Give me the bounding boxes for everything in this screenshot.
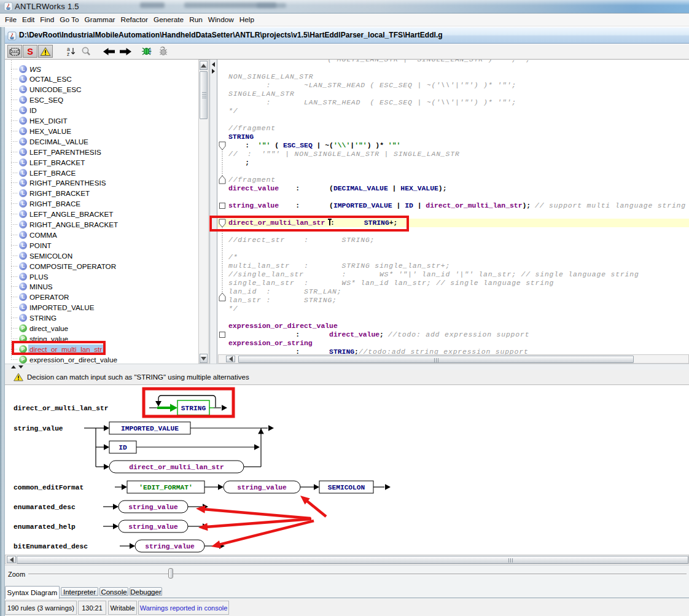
code-line[interactable]: STRING bbox=[217, 133, 689, 141]
menu-generate[interactable]: Generate bbox=[150, 14, 186, 26]
split-collapse-up-icon[interactable] bbox=[11, 365, 16, 368]
tab-interpreter[interactable]: Interpreter bbox=[61, 587, 98, 596]
tab-console[interactable]: Console bbox=[99, 587, 128, 596]
rule-tree-item[interactable]: LCOMPOSITE_OPERATOR bbox=[5, 261, 198, 271]
scroll-left-button[interactable] bbox=[7, 556, 16, 563]
menu-edit[interactable]: Edit bbox=[20, 14, 37, 26]
code-line[interactable]: expression_or_string bbox=[217, 339, 689, 348]
rule-tree-item[interactable]: LRIGHT_BRACKET bbox=[5, 188, 198, 198]
code-line[interactable]: //direct_str : STRING; bbox=[217, 236, 689, 244]
code-line[interactable]: ; bbox=[217, 158, 689, 167]
show-warnings-toggle[interactable] bbox=[38, 45, 53, 58]
code-line[interactable] bbox=[217, 244, 689, 253]
menu-file[interactable]: File bbox=[2, 14, 20, 26]
window-titlebar[interactable]: ANTLRWorks 1.5 bbox=[0, 0, 689, 14]
scroll-left-button[interactable] bbox=[226, 356, 235, 362]
back-button[interactable] bbox=[102, 45, 117, 58]
tree-vertical-scrollbar[interactable] bbox=[198, 60, 209, 364]
rule-tree-item[interactable]: LID bbox=[5, 105, 198, 115]
rule-tree-item[interactable]: LDECIMAL_VALUE bbox=[5, 136, 198, 147]
rule-tree-item[interactable]: LPOINT bbox=[5, 240, 198, 251]
rule-tree-item[interactable]: LIMPORTED_VALUE bbox=[5, 302, 198, 313]
debug-remote-button[interactable] bbox=[156, 45, 169, 58]
code-line[interactable] bbox=[217, 115, 689, 124]
rule-tree-item[interactable]: Pdirect_value bbox=[5, 323, 198, 333]
code-line[interactable]: //fragment bbox=[217, 176, 689, 184]
code-line[interactable]: : '"' ( ESC_SEQ | ~('\\'|'"') )* '"' bbox=[217, 141, 689, 150]
rule-tree-item[interactable]: LRIGHT_PARENTHESIS bbox=[5, 177, 198, 188]
vertical-split-divider[interactable] bbox=[209, 60, 217, 364]
code-line[interactable]: : LAN_STR_HEAD ( ESC_SEQ | ~('\\'|'"') )… bbox=[217, 98, 689, 107]
rule-tree-item[interactable]: LSTRING bbox=[5, 313, 198, 323]
syntax-coloring-toggle[interactable]: S bbox=[23, 45, 37, 58]
rule-tree-item[interactable]: LESC_SEQ bbox=[5, 95, 198, 105]
zoom-slider-track[interactable] bbox=[28, 574, 687, 575]
rule-tree-item[interactable]: LWS bbox=[5, 64, 198, 74]
code-line[interactable]: single_lan_str : WS* lan_id lan_str; // … bbox=[217, 279, 689, 287]
scroll-down-button[interactable] bbox=[200, 354, 208, 363]
code-line[interactable]: : direct_value; //todo: add expression s… bbox=[217, 330, 689, 339]
code-line[interactable]: // : '""' | NON_SINGLE_LAN_STR | SINGLE_… bbox=[217, 150, 689, 158]
zoom-slider-thumb[interactable] bbox=[168, 568, 173, 579]
rule-tree-item[interactable]: LUNICODE_ESC bbox=[5, 84, 198, 95]
editor-scrollbar-thumb[interactable] bbox=[238, 356, 634, 363]
rule-tree-item[interactable]: LRIGHT_ANGLE_BRACKET bbox=[5, 219, 198, 230]
split-collapse-right-icon[interactable] bbox=[212, 69, 215, 74]
tree-scrollbar-thumb[interactable] bbox=[200, 71, 208, 119]
menu-help[interactable]: Help bbox=[236, 14, 257, 26]
menu-go-to[interactable]: Go To bbox=[57, 14, 82, 26]
code-line[interactable]: direct_value : (DECIMAL_VALUE | HEX_VALU… bbox=[217, 184, 689, 193]
grammar-editor[interactable]: ( MULTI_LAN_STR | SINGLE_LAN_STR )* ';' … bbox=[217, 60, 689, 354]
code-line[interactable]: lan_id : STR_LAN; bbox=[217, 287, 689, 296]
code-line[interactable] bbox=[217, 313, 689, 322]
code-line[interactable] bbox=[217, 193, 689, 201]
code-line[interactable]: */ bbox=[217, 305, 689, 313]
document-titlebar[interactable]: D:\DevRoot\IndustrialMobileAutomation\Ha… bbox=[0, 27, 689, 44]
code-line[interactable]: : ~LAN_STR_HEAD ( ESC_SEQ | ~('\\'|'"') … bbox=[217, 81, 689, 90]
code-line[interactable]: SINGLE_LAN_STR bbox=[217, 90, 689, 98]
code-line[interactable]: ( MULTI_LAN_STR | SINGLE_LAN_STR )* ';' … bbox=[217, 60, 689, 64]
menu-window[interactable]: Window bbox=[205, 14, 236, 26]
rule-tree-item[interactable]: LOPERATOR bbox=[5, 292, 198, 302]
code-line[interactable]: //fragment bbox=[217, 124, 689, 133]
sort-rules-button[interactable]: a z bbox=[65, 45, 77, 58]
rule-tree-item[interactable]: LCOMMA bbox=[5, 230, 198, 240]
menu-find[interactable]: Find bbox=[37, 14, 57, 26]
rule-tree-item[interactable]: LPLUS bbox=[5, 271, 198, 282]
debug-button[interactable] bbox=[140, 45, 154, 58]
split-collapse-left-icon[interactable] bbox=[212, 62, 215, 67]
rule-tree-item[interactable]: Pexpression_or_direct_value bbox=[5, 354, 198, 364]
menu-run[interactable]: Run bbox=[187, 14, 206, 26]
status-cell[interactable]: Warnings reported in console bbox=[138, 601, 229, 615]
editor-horizontal-scrollbar[interactable] bbox=[218, 354, 689, 364]
horizontal-split-divider[interactable] bbox=[5, 364, 689, 370]
rule-tree-item[interactable]: LHEX_DIGIT bbox=[5, 115, 198, 126]
menu-refactor[interactable]: Refactor bbox=[118, 14, 151, 26]
rule-tree-item[interactable]: LHEX_VALUE bbox=[5, 126, 198, 136]
diagram-horizontal-scrollbar[interactable] bbox=[5, 555, 689, 564]
forward-button[interactable] bbox=[118, 45, 133, 58]
find-button[interactable] bbox=[80, 45, 92, 58]
code-line[interactable]: string_value : (IMPORTED_VALUE | ID | di… bbox=[217, 201, 689, 210]
tab-syntax-diagram[interactable]: Syntax Diagram bbox=[5, 586, 60, 599]
code-line[interactable] bbox=[217, 64, 689, 72]
rule-tree-item[interactable]: LSEMICOLON bbox=[5, 251, 198, 261]
code-line[interactable]: : STRING;//todo:add string expression su… bbox=[217, 348, 689, 354]
tab-debugger[interactable]: Debugger bbox=[130, 587, 162, 596]
code-line[interactable]: //single_lan_str : WS* '"|' lan_id '|"' … bbox=[217, 270, 689, 279]
rule-tree-item[interactable]: LOCTAL_ESC bbox=[5, 74, 198, 84]
diagram-scrollbar-thumb[interactable] bbox=[17, 556, 688, 564]
code-line[interactable]: expression_or_direct_value bbox=[217, 322, 689, 330]
rule-tree-item[interactable]: LLEFT_ANGLE_BRACKET bbox=[5, 209, 198, 219]
rule-tree-item[interactable]: LLEFT_BRACE bbox=[5, 168, 198, 178]
code-line[interactable]: lan_str : STRING; bbox=[217, 296, 689, 305]
rule-tree-item[interactable]: LMINUS bbox=[5, 281, 198, 292]
rule-tree-item[interactable]: LLEFT_BRACKET bbox=[5, 157, 198, 168]
code-line[interactable]: multi_lan_str : STRING single_lan_str+; bbox=[217, 262, 689, 270]
code-line[interactable]: NON_SINGLE_LAN_STR bbox=[217, 72, 689, 81]
split-collapse-down-icon[interactable] bbox=[18, 365, 23, 368]
scroll-up-button[interactable] bbox=[200, 61, 208, 70]
rule-tree-item[interactable]: LLEFT_PARENTHESIS bbox=[5, 147, 198, 157]
code-line[interactable]: */ bbox=[217, 107, 689, 115]
syntax-diagram-toggle[interactable] bbox=[7, 45, 22, 58]
